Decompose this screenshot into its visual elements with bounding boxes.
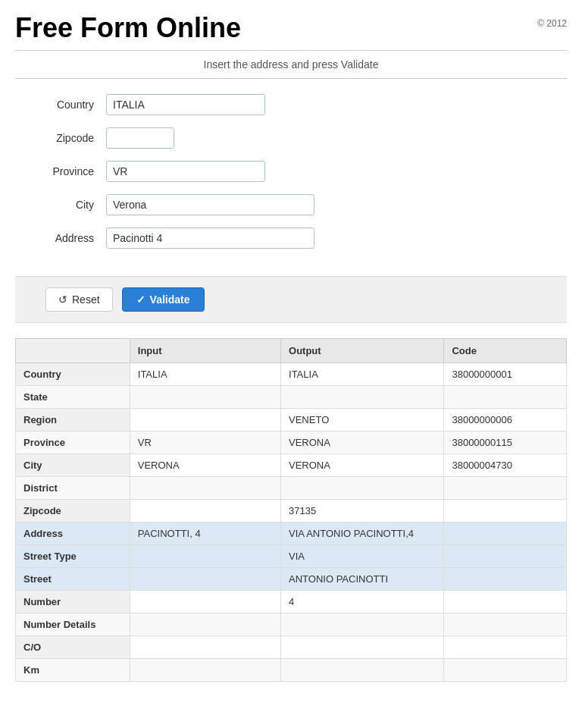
table-row: Zipcode37135 <box>16 500 567 522</box>
cell-field: Street Type <box>16 545 130 568</box>
cell-output: VERONA <box>281 454 444 477</box>
cell-output <box>281 636 444 659</box>
page-header: Free Form Online © 2012 <box>0 0 582 50</box>
col-input-header: Input <box>130 339 280 363</box>
cell-input: VR <box>130 431 280 454</box>
address-input[interactable] <box>106 228 314 249</box>
cell-code: 38000000006 <box>444 409 567 431</box>
cell-code <box>444 613 567 636</box>
zipcode-row: Zipcode <box>30 127 552 149</box>
page-title: Free Form Online <box>15 12 241 44</box>
validate-label: Validate <box>150 293 190 306</box>
cell-input <box>130 477 280 500</box>
cell-code <box>444 522 567 545</box>
cell-input: ITALIA <box>130 363 280 386</box>
cell-code: 38000004730 <box>444 454 567 477</box>
cell-code <box>444 545 567 568</box>
cell-code <box>444 591 567 613</box>
province-row: Province <box>30 161 552 182</box>
cell-code <box>444 386 567 409</box>
province-label: Province <box>30 165 106 177</box>
country-input[interactable] <box>106 94 265 115</box>
cell-field: Country <box>16 363 130 386</box>
cell-field: Number <box>16 591 130 613</box>
cell-input <box>130 386 280 409</box>
cell-output: VIA ANTONIO PACINOTTI,4 <box>281 522 444 545</box>
country-label: Country <box>30 99 106 111</box>
cell-output: ANTONIO PACINOTTI <box>281 568 444 591</box>
table-row: RegionVENETO38000000006 <box>16 409 567 431</box>
col-field-header <box>16 339 130 363</box>
cell-code <box>444 500 567 522</box>
cell-input <box>130 568 280 591</box>
table-header-row: Input Output Code <box>16 339 567 363</box>
cell-output <box>281 613 444 636</box>
table-row: Number Details <box>16 613 567 636</box>
cell-code: 38000000001 <box>444 363 567 386</box>
cell-input <box>130 500 280 522</box>
cell-field: Street <box>16 568 130 591</box>
cell-code: 38000000115 <box>444 431 567 454</box>
table-row: StreetANTONIO PACINOTTI <box>16 568 567 591</box>
cell-output: ITALIA <box>281 363 444 386</box>
validate-icon: ✓ <box>136 293 146 306</box>
col-output-header: Output <box>281 339 444 363</box>
cell-field: State <box>16 386 130 409</box>
table-row: Number4 <box>16 591 567 613</box>
cell-field: Province <box>16 431 130 454</box>
cell-output <box>281 477 444 500</box>
action-bar: ↺ Reset ✓ Validate <box>15 276 567 323</box>
cell-output: VERONA <box>281 431 444 454</box>
cell-input <box>130 409 280 431</box>
col-code-header: Code <box>444 339 567 363</box>
address-label: Address <box>30 232 106 244</box>
cell-field: City <box>16 454 130 477</box>
results-table: Input Output Code CountryITALIAITALIA380… <box>15 338 567 682</box>
reset-button[interactable]: ↺ Reset <box>45 287 113 312</box>
table-row: CityVERONAVERONA38000004730 <box>16 454 567 477</box>
table-row: Street TypeVIA <box>16 545 567 568</box>
city-row: City <box>30 194 552 215</box>
cell-output: 4 <box>281 591 444 613</box>
subtitle: Insert the address and press Validate <box>15 50 567 79</box>
cell-field: Km <box>16 659 130 682</box>
cell-input: VERONA <box>130 454 280 477</box>
cell-field: District <box>16 477 130 500</box>
cell-output: VENETO <box>281 409 444 431</box>
reset-icon: ↺ <box>58 293 67 306</box>
cell-field: Number Details <box>16 613 130 636</box>
address-row: Address <box>30 228 552 249</box>
country-row: Country <box>30 94 552 115</box>
cell-input <box>130 613 280 636</box>
cell-code <box>444 477 567 500</box>
cell-input <box>130 636 280 659</box>
cell-field: Region <box>16 409 130 431</box>
cell-output: VIA <box>281 545 444 568</box>
cell-field: C/O <box>16 636 130 659</box>
cell-code <box>444 659 567 682</box>
validate-button[interactable]: ✓ Validate <box>122 287 205 312</box>
province-input[interactable] <box>106 161 265 182</box>
table-row: CountryITALIAITALIA38000000001 <box>16 363 567 386</box>
zipcode-label: Zipcode <box>30 132 106 144</box>
reset-label: Reset <box>72 293 100 306</box>
cell-field: Zipcode <box>16 500 130 522</box>
cell-field: Address <box>16 522 130 545</box>
table-row: C/O <box>16 636 567 659</box>
zipcode-input[interactable] <box>106 127 174 149</box>
cell-output: 37135 <box>281 500 444 522</box>
copyright: © 2012 <box>537 18 567 29</box>
table-row: Km <box>16 659 567 682</box>
results-section: Input Output Code CountryITALIAITALIA380… <box>15 338 567 682</box>
address-form: Country Zipcode Province City Address <box>0 79 582 276</box>
cell-input <box>130 659 280 682</box>
cell-output <box>281 386 444 409</box>
cell-input: PACINOTTI, 4 <box>130 522 280 545</box>
cell-input <box>130 545 280 568</box>
cell-code <box>444 568 567 591</box>
city-label: City <box>30 199 106 211</box>
table-row: ProvinceVRVERONA38000000115 <box>16 431 567 454</box>
table-row: District <box>16 477 567 500</box>
city-input[interactable] <box>106 194 314 215</box>
table-row: State <box>16 386 567 409</box>
